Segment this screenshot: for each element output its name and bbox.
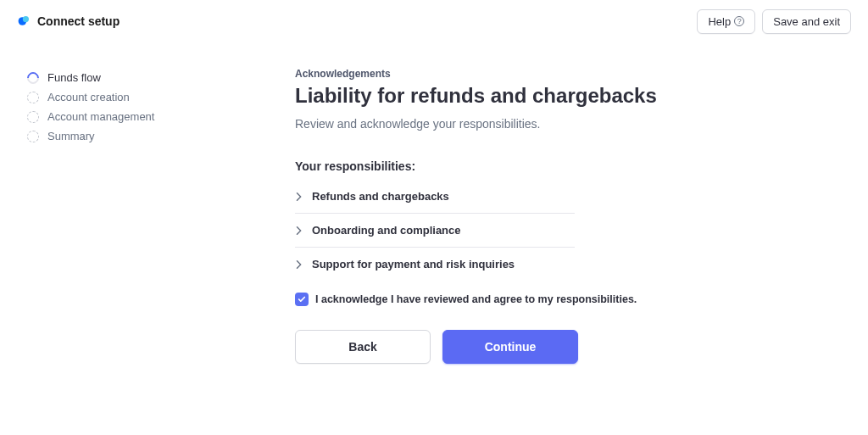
- accordion-onboarding[interactable]: Onboarding and compliance: [295, 214, 575, 248]
- step-bullet-icon: [27, 92, 39, 103]
- step-label: Account management: [47, 110, 154, 123]
- layout: Funds flow Account creation Account mana…: [0, 42, 868, 364]
- chevron-right-icon: [295, 192, 303, 201]
- continue-button[interactable]: Continue: [442, 330, 578, 364]
- save-exit-button[interactable]: Save and exit: [762, 9, 851, 34]
- back-label: Back: [348, 340, 376, 354]
- accordion-label: Onboarding and compliance: [312, 224, 461, 237]
- brand-logo-icon: [17, 14, 31, 28]
- help-label: Help: [708, 15, 731, 28]
- save-exit-label: Save and exit: [773, 15, 840, 28]
- acknowledge-row: I acknowledge I have reviewed and agree …: [295, 293, 737, 306]
- continue-label: Continue: [485, 340, 537, 354]
- chevron-right-icon: [295, 260, 303, 269]
- step-bullet-icon: [27, 111, 39, 123]
- step-bullet-icon: [27, 131, 39, 142]
- step-funds-flow[interactable]: Funds flow: [27, 68, 229, 87]
- acknowledge-label: I acknowledge I have reviewed and agree …: [315, 293, 637, 305]
- step-bullet-icon: [25, 70, 42, 86]
- help-icon: ?: [734, 16, 744, 26]
- top-bar: Connect setup Help ? Save and exit: [0, 0, 868, 42]
- brand: Connect setup: [17, 14, 120, 28]
- page-title: Liability for refunds and chargebacks: [295, 83, 737, 109]
- main-content: Acknowledgements Liability for refunds a…: [263, 68, 737, 364]
- responsibilities-list: Refunds and chargebacks Onboarding and c…: [295, 180, 575, 281]
- step-label: Summary: [47, 130, 95, 142]
- step-label: Funds flow: [47, 71, 101, 84]
- step-account-management[interactable]: Account management: [27, 107, 229, 126]
- page-subtitle: Review and acknowledge your responsibili…: [295, 117, 737, 131]
- accordion-support[interactable]: Support for payment and risk inquiries: [295, 248, 575, 281]
- top-actions: Help ? Save and exit: [697, 9, 851, 34]
- sidebar: Funds flow Account creation Account mana…: [17, 68, 229, 364]
- accordion-label: Support for payment and risk inquiries: [312, 258, 515, 270]
- brand-title: Connect setup: [37, 14, 120, 28]
- step-account-creation[interactable]: Account creation: [27, 87, 229, 107]
- step-label: Account creation: [47, 91, 130, 103]
- accordion-label: Refunds and chargebacks: [312, 190, 449, 203]
- responsibilities-label: Your responsibilities:: [295, 159, 737, 173]
- svg-point-1: [23, 16, 29, 22]
- acknowledge-checkbox[interactable]: [295, 293, 309, 306]
- back-button[interactable]: Back: [295, 330, 431, 364]
- footer-buttons: Back Continue: [295, 330, 737, 364]
- help-button[interactable]: Help ?: [697, 9, 755, 34]
- chevron-right-icon: [295, 226, 303, 235]
- eyebrow: Acknowledgements: [295, 68, 737, 80]
- accordion-refunds[interactable]: Refunds and chargebacks: [295, 180, 575, 214]
- step-summary[interactable]: Summary: [27, 126, 229, 146]
